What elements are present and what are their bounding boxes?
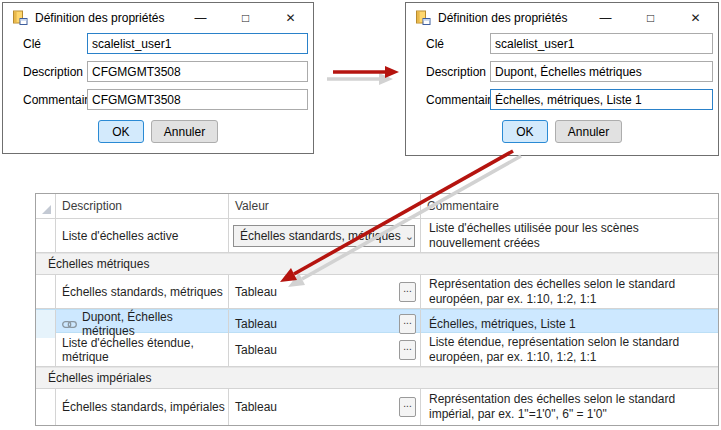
minimize-button[interactable]: — (583, 3, 628, 33)
title-bar[interactable]: Définition des propriétés — □ ✕ (406, 3, 718, 33)
cancel-button[interactable]: Annuler (151, 120, 218, 143)
row-comment: Liste d'échelles utilisée pour les scène… (421, 219, 718, 253)
maximize-button[interactable]: □ (223, 3, 268, 33)
section-echelles-metriques[interactable]: Échelles métriques (36, 253, 718, 275)
chevron-down-icon: ⌄ (405, 230, 414, 243)
dialog-title: Définition des propriétés (35, 11, 164, 25)
description-label: Description (23, 65, 87, 79)
arrow-shadow-head (379, 73, 393, 85)
comment-label: Commentaire (426, 93, 490, 107)
header-description: Description (56, 194, 229, 218)
description-input[interactable] (490, 61, 713, 82)
transform-arrow-head (385, 66, 399, 78)
header-value: Valeur (229, 194, 421, 218)
row-description: Liste d'échelles étendue, métrique (56, 333, 229, 367)
comment-input[interactable] (87, 89, 308, 110)
section-echelles-imperiales[interactable]: Échelles impériales (36, 367, 718, 389)
row-description: Échelles standards, métriques (56, 275, 229, 309)
properties-dialog-after: Définition des propriétés — □ ✕ Clé Desc… (405, 2, 719, 156)
properties-icon (415, 10, 431, 26)
property-table: Description Valeur Commentaire Liste d'é… (35, 193, 719, 426)
key-label: Clé (426, 37, 490, 51)
comment-input[interactable] (490, 89, 713, 110)
row-value: Tableau (235, 285, 277, 299)
row-value: Tableau (235, 343, 277, 357)
table-header-row: Description Valeur Commentaire (36, 194, 718, 219)
properties-dialog-before: Définition des propriétés — □ ✕ Clé Desc… (2, 2, 314, 154)
maximize-button[interactable]: □ (628, 3, 673, 33)
close-button[interactable]: ✕ (673, 3, 718, 33)
header-comment: Commentaire (421, 194, 718, 218)
table-row-standards-imperiales[interactable]: Échelles standards, impériales Tableau .… (36, 389, 718, 425)
key-input[interactable] (490, 33, 713, 54)
table-row-active-scale-list[interactable]: Liste d'échelles active Échelles standar… (36, 219, 718, 253)
corner-triangle-icon (42, 205, 51, 214)
row-value: Tableau (235, 400, 277, 414)
key-label: Clé (23, 37, 87, 51)
row-comment: Représentation des échelles selon le sta… (421, 275, 718, 309)
title-bar[interactable]: Définition des propriétés — □ ✕ (3, 3, 313, 33)
row-description: Liste d'échelles active (56, 219, 229, 253)
ellipsis-button[interactable]: ... (399, 397, 416, 417)
row-description: Échelles standards, impériales (56, 389, 229, 425)
table-row-liste-etendue[interactable]: Liste d'échelles étendue, métrique Table… (36, 333, 718, 367)
minimize-button[interactable]: — (178, 3, 223, 33)
cancel-button[interactable]: Annuler (555, 120, 622, 143)
description-label: Description (426, 65, 490, 79)
dialog-title: Définition des propriétés (438, 11, 567, 25)
properties-icon (12, 10, 28, 26)
row-value: Tableau (235, 317, 277, 331)
comment-label: Commentaire (23, 93, 87, 107)
ellipsis-button[interactable]: ... (399, 314, 416, 334)
row-comment: Liste étendue, représentation selon le s… (421, 333, 718, 367)
row-comment: Représentation des échelles selon le sta… (421, 389, 718, 425)
dropdown-value: Échelles standards, métriques (240, 229, 401, 243)
ok-button[interactable]: OK (502, 120, 548, 143)
scale-list-dropdown[interactable]: Échelles standards, métriques ⌄ (233, 225, 415, 247)
ok-button[interactable]: OK (98, 120, 144, 143)
table-row-dupont-metriques-selected[interactable]: Dupont, Échelles métriques Tableau ... É… (36, 309, 718, 333)
select-all-corner[interactable] (36, 194, 55, 218)
ellipsis-button[interactable]: ... (399, 340, 416, 360)
key-input[interactable] (87, 33, 308, 54)
link-icon (62, 320, 77, 329)
description-input[interactable] (87, 61, 308, 82)
ellipsis-button[interactable]: ... (399, 282, 416, 302)
close-button[interactable]: ✕ (268, 3, 313, 33)
table-row-standards-metriques[interactable]: Échelles standards, métriques Tableau ..… (36, 275, 718, 309)
